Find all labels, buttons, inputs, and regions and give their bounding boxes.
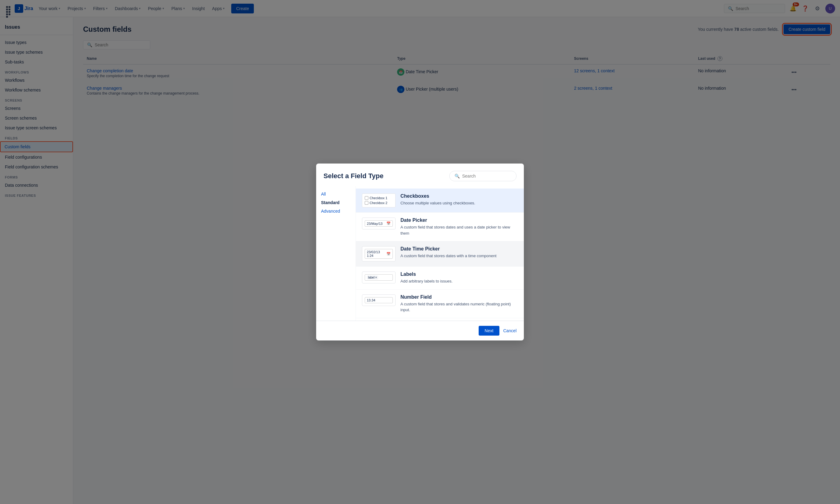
cancel-button[interactable]: Cancel: [503, 328, 516, 333]
labels-preview: label ×: [362, 271, 396, 284]
modal-filter-sidebar: All Standard Advanced: [316, 186, 356, 321]
field-type-desc: A custom field that stores and validates…: [400, 301, 518, 313]
field-type-name: Checkboxes: [400, 194, 518, 199]
modal-body: All Standard Advanced Checkbox 1 Checkbo…: [316, 186, 524, 321]
field-type-name: Date Time Picker: [400, 246, 518, 252]
search-icon: 🔍: [455, 174, 460, 179]
datetime-preview: 23/02/13 1:24 📅: [365, 249, 393, 259]
checkbox-row: Checkbox 1: [365, 196, 393, 200]
calendar-icon: 📅: [387, 221, 391, 226]
field-type-number-field[interactable]: 13.34 Number Field A custom field that s…: [356, 289, 524, 318]
date-picker-preview: 23/May/13 📅: [362, 217, 396, 230]
datetime-text: 23/02/13 1:24: [367, 250, 387, 257]
datetime-picker-preview: 23/02/13 1:24 📅: [362, 246, 396, 262]
field-type-name: Date Picker: [400, 217, 518, 223]
date-text: 23/May/13: [367, 222, 382, 226]
modal-title: Select a Field Type: [324, 172, 383, 180]
field-info: Number Field A custom field that stores …: [400, 294, 518, 313]
next-button[interactable]: Next: [479, 326, 500, 336]
close-icon: ×: [375, 276, 377, 279]
number-preview: 13.34: [365, 297, 393, 303]
field-type-date-picker[interactable]: 23/May/13 📅 Date Picker A custom field t…: [356, 213, 524, 241]
checkbox-row: Checkbox 2: [365, 201, 393, 205]
calendar-icon: 📅: [387, 252, 391, 256]
checkbox-icon: [365, 196, 368, 200]
field-type-date-time-picker[interactable]: 23/02/13 1:24 📅 Date Time Picker A custo…: [356, 241, 524, 267]
field-type-labels[interactable]: label × Labels Add arbitrary labels to i…: [356, 267, 524, 289]
label-preview: label ×: [365, 274, 393, 281]
select-field-type-modal: Select a Field Type 🔍 All Standard Advan…: [316, 163, 524, 341]
checkbox-label: Checkbox 1: [370, 196, 387, 200]
number-field-preview: 13.34: [362, 294, 396, 306]
field-type-checkboxes[interactable]: Checkbox 1 Checkbox 2 Checkboxes Choose …: [356, 188, 524, 213]
filter-all[interactable]: All: [321, 190, 351, 198]
field-type-list: Checkbox 1 Checkbox 2 Checkboxes Choose …: [356, 186, 524, 321]
filter-advanced[interactable]: Advanced: [321, 207, 351, 215]
field-type-desc: A custom field that stores dates with a …: [400, 253, 518, 259]
field-type-desc: Add arbitrary labels to issues.: [400, 278, 518, 284]
date-preview: 23/May/13 📅: [365, 220, 393, 227]
modal-header: Select a Field Type 🔍: [316, 163, 524, 186]
field-type-name: Number Field: [400, 294, 518, 300]
field-type-desc: A custom field that stores dates and use…: [400, 224, 518, 236]
modal-overlay: Select a Field Type 🔍 All Standard Advan…: [0, 0, 840, 504]
filter-standard: Standard: [321, 198, 351, 207]
checkbox-label: Checkbox 2: [370, 201, 387, 205]
checkboxes-preview: Checkbox 1 Checkbox 2: [362, 194, 396, 208]
label-tag: label ×: [367, 275, 378, 280]
field-type-name: Labels: [400, 271, 518, 277]
modal-search-input[interactable]: [462, 174, 511, 179]
field-info: Date Time Picker A custom field that sto…: [400, 246, 518, 259]
field-info: Date Picker A custom field that stores d…: [400, 217, 518, 236]
field-info: Checkboxes Choose multiple values using …: [400, 194, 518, 206]
field-info: Labels Add arbitrary labels to issues.: [400, 271, 518, 284]
modal-footer: Next Cancel: [316, 321, 524, 341]
modal-search[interactable]: 🔍: [449, 171, 516, 181]
checkbox-icon: [365, 201, 368, 205]
field-type-desc: Choose multiple values using checkboxes.: [400, 200, 518, 206]
